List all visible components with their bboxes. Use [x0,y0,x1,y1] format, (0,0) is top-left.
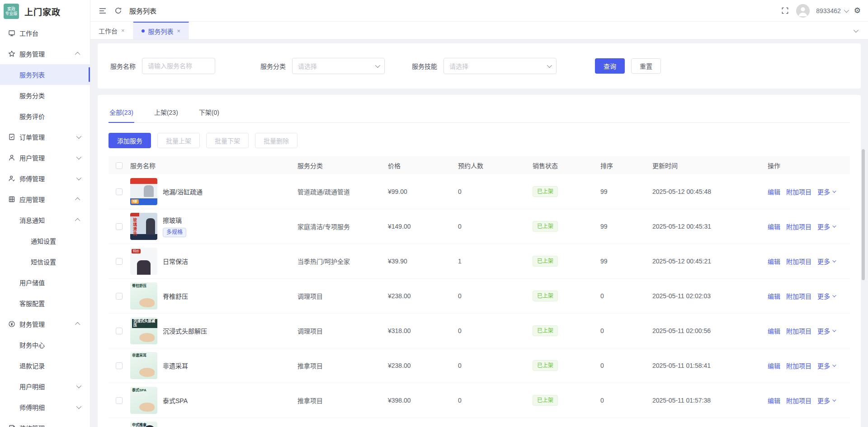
row-checkbox[interactable] [116,258,123,265]
sidebar-item-label: 服务分类 [19,91,45,100]
service-thumbnail: 脊柱舒压 [130,282,157,310]
edit-link[interactable]: 编辑 [768,326,780,335]
gear-icon[interactable]: ⚙ [854,6,861,15]
service-thumbnail: 沉浸式头部减压 [130,317,157,344]
chevron-down-icon [832,398,836,401]
sidebar-item-customer-service-config[interactable]: 客服配置 [0,293,90,314]
table-header: 服务名称 服务分类 价格 预约人数 销售状态 排序 更新时间 操作 [108,156,850,174]
chevron-down-icon [832,189,836,192]
more-link[interactable]: 更多 [817,257,835,266]
close-icon[interactable]: × [177,28,181,34]
sidebar-item-master-mgmt[interactable]: 师傅管理 [0,168,90,189]
batch-off-shelf-button[interactable]: 批量下架 [206,133,249,148]
status-tab-off-shelf[interactable]: 下架(0) [198,102,220,122]
service-category-select[interactable]: 请选择 [292,58,385,74]
filter-buttons: 查询 重置 [595,58,661,74]
chevron-up-icon [75,322,80,327]
addon-link[interactable]: 附加项目 [786,222,811,231]
tab-label: 服务列表 [148,27,174,36]
sidebar-item-notice-settings[interactable]: 通知设置 [0,230,90,251]
tab-options-button[interactable] [843,22,868,39]
sidebar-item-finance-mgmt[interactable]: 财务管理 [0,314,90,334]
service-thumbnail: 玻璃清洗 [130,213,157,240]
menu-fold-icon[interactable] [99,7,107,15]
batch-delete-button[interactable]: 批量删除 [255,133,297,148]
sidebar-item-service-mgmt[interactable]: 服务管理 [0,43,90,64]
addon-link[interactable]: 附加项目 [786,396,811,405]
addon-link[interactable]: 附加项目 [786,257,811,266]
bookings: 0 [458,327,533,334]
sidebar-item-app-mgmt[interactable]: 应用管理 [0,189,90,210]
bookings: 0 [458,223,533,230]
edit-link[interactable]: 编辑 [768,291,780,300]
add-service-button[interactable]: 添加服务 [108,133,151,148]
chevron-down-icon [832,258,836,262]
sidebar-item-user-mgmt[interactable]: 用户管理 [0,147,90,168]
more-link[interactable]: 更多 [817,396,835,405]
status-tab-on-shelf[interactable]: 上架(23) [153,102,179,122]
tab-service-list[interactable]: 服务列表 × [133,22,189,39]
sidebar-item-user-stored-value[interactable]: 用户储值 [0,272,90,293]
sidebar-item-label: 财务中心 [19,340,45,349]
filter-panel: 服务名称 服务分类 请选择 服务技能 请选择 [98,43,861,89]
sidebar-item-refund-records[interactable]: 退款记录 [0,355,90,376]
edit-link[interactable]: 编辑 [768,257,780,266]
service-skill-select[interactable]: 请选择 [443,58,557,74]
select-all-checkbox[interactable] [116,162,123,169]
sidebar-item-message-notice[interactable]: 消息通知 [0,210,90,230]
row-checkbox[interactable] [116,223,123,230]
addon-link[interactable]: 附加项目 [786,187,811,196]
sidebar-menu: 工作台 服务管理 服务列表 服务分类 服务评价 [0,23,90,427]
reset-button[interactable]: 重置 [631,58,661,74]
col-sort: 排序 [600,161,652,170]
tab-label: 工作台 [99,26,118,35]
addon-link[interactable]: 附加项目 [786,291,811,300]
chevron-down-icon [375,63,380,68]
addon-link[interactable]: 附加项目 [786,361,811,370]
row-checkbox[interactable] [116,397,123,404]
more-link[interactable]: 更多 [817,361,835,370]
tab-workbench[interactable]: 工作台 × [90,22,133,39]
status-badge: 已上架 [533,395,558,406]
edit-link[interactable]: 编辑 [768,187,780,196]
sidebar-item-label: 服务管理 [19,49,45,58]
sidebar-item-label: 应用管理 [19,195,45,204]
sidebar-item-master-details[interactable]: 师傅明细 [0,397,90,418]
sidebar-item-workbench[interactable]: 工作台 [0,23,90,43]
row-checkbox[interactable] [116,188,123,195]
sidebar-item-sms-settings[interactable]: 短信设置 [0,251,90,272]
user-menu[interactable]: 8933462 [816,7,848,14]
search-button[interactable]: 查询 [595,58,625,74]
sidebar-item-service-review[interactable]: 服务评价 [0,106,90,127]
chevron-down-icon [844,7,849,12]
edit-link[interactable]: 编辑 [768,361,780,370]
more-link[interactable]: 更多 [817,326,835,335]
edit-link[interactable]: 编辑 [768,222,780,231]
row-checkbox[interactable] [116,328,123,334]
more-link[interactable]: 更多 [817,187,835,196]
sidebar-item-service-list[interactable]: 服务列表 [0,64,90,85]
more-link[interactable]: 更多 [817,291,835,300]
more-link[interactable]: 更多 [817,222,835,231]
batch-on-shelf-button[interactable]: 批量上架 [157,133,200,148]
sidebar-item-service-category[interactable]: 服务分类 [0,85,90,106]
brand-logo-top: 家政 [7,7,15,11]
edit-link[interactable]: 编辑 [768,396,780,405]
sidebar-item-order-mgmt[interactable]: 订单管理 [0,127,90,147]
service-name: 沉浸式头部解压 [163,326,207,335]
service-name-input[interactable] [142,58,215,74]
status-tab-all[interactable]: 全部(23) [108,102,134,122]
row-checkbox[interactable] [116,362,123,369]
addon-link[interactable]: 附加项目 [786,326,811,335]
sidebar-item-decoration-mgmt[interactable]: 装修管理 [0,418,90,427]
service-skill-label: 服务技能 [412,61,437,70]
avatar[interactable] [796,4,810,18]
sidebar-item-user-details[interactable]: 用户明细 [0,376,90,397]
row-checkbox[interactable] [116,293,123,300]
fullscreen-icon[interactable] [781,7,789,15]
sidebar-item-finance-center[interactable]: 财务中心 [0,334,90,355]
refresh-icon[interactable] [114,7,122,15]
chevron-down-icon [832,224,836,227]
scrollbar-thumb[interactable] [862,149,865,280]
close-icon[interactable]: × [121,27,125,34]
